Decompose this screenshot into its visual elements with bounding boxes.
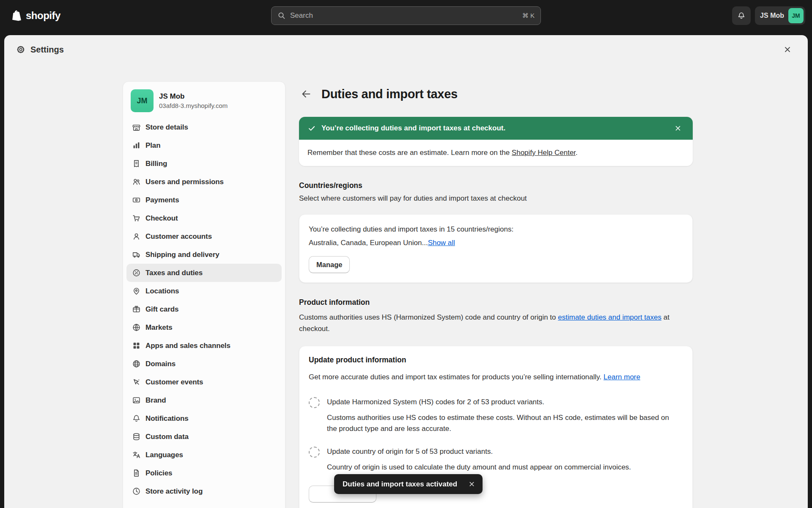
toast-dismiss-button[interactable] <box>465 478 478 491</box>
user-avatar: JM <box>788 8 804 23</box>
settings-title: Settings <box>30 45 64 55</box>
store-domain: 03afd8-3.myshopify.com <box>159 102 228 109</box>
duties-settings-page: Duties and import taxes You’re collectin… <box>299 85 693 508</box>
toast-notification: Duties and import taxes activated <box>334 474 483 494</box>
dashed-progress-circle-icon <box>309 447 320 458</box>
gift-cards-icon <box>132 305 141 314</box>
settings-modal-body: JM JS Mob 03afd8-3.myshopify.com Store d… <box>4 64 808 508</box>
sidebar-item-payments[interactable]: Payments <box>126 191 282 209</box>
user-menu-button[interactable]: JS Mob JM <box>755 6 805 25</box>
toast-message: Duties and import taxes activated <box>343 480 457 489</box>
sidebar-item-checkout[interactable]: Checkout <box>126 209 282 227</box>
countries-card: You’re collecting duties and import taxe… <box>299 214 693 283</box>
sidebar-item-label: Gift cards <box>145 305 178 314</box>
settings-sidebar: JM JS Mob 03afd8-3.myshopify.com Store d… <box>123 81 285 508</box>
sidebar-item-languages[interactable]: Languages <box>126 446 282 464</box>
sidebar-item-gift-cards[interactable]: Gift cards <box>126 300 282 318</box>
sidebar-item-notifications[interactable]: Notifications <box>126 409 282 428</box>
custom-data-icon <box>132 432 141 442</box>
sidebar-item-label: Plan <box>145 141 161 150</box>
payments-icon <box>132 196 141 205</box>
sidebar-item-label: Policies <box>145 469 172 478</box>
gear-icon <box>16 45 25 54</box>
sidebar-item-domains[interactable]: Domains <box>126 355 282 373</box>
estimate-duties-link[interactable]: estimate duties and import taxes <box>558 313 661 321</box>
origin-task-title: Update country of origin for 5 of 53 pro… <box>327 446 631 457</box>
sidebar-item-users-and-permissions[interactable]: Users and permissions <box>126 173 282 191</box>
close-icon <box>468 480 475 488</box>
sidebar-item-label: Store activity log <box>145 487 203 496</box>
store-switcher[interactable]: JM JS Mob 03afd8-3.myshopify.com <box>126 85 282 118</box>
sidebar-item-locations[interactable]: Locations <box>126 282 282 300</box>
sidebar-item-store-details[interactable]: Store details <box>126 118 282 136</box>
sidebar-item-billing[interactable]: Billing <box>126 155 282 173</box>
sidebar-item-label: Store details <box>145 123 188 132</box>
origin-task-description: Country of origin is used to calculate t… <box>327 462 631 473</box>
sidebar-item-label: Customer events <box>145 378 203 387</box>
sidebar-item-label: Taxes and duties <box>145 269 203 277</box>
sidebar-item-label: Customer accounts <box>145 232 212 241</box>
back-button[interactable] <box>299 87 313 101</box>
notifications-bell-button[interactable] <box>732 6 751 25</box>
hs-codes-task: Update Harmonized System (HS) codes for … <box>309 397 683 434</box>
topbar-right-cluster: JS Mob JM <box>732 6 805 25</box>
settings-modal-header: Settings <box>4 35 808 64</box>
brand-icon <box>132 396 141 405</box>
update-product-info-title: Update product information <box>309 356 683 364</box>
close-icon <box>783 45 792 54</box>
sidebar-item-markets[interactable]: Markets <box>126 318 282 337</box>
sidebar-item-brand[interactable]: Brand <box>126 391 282 409</box>
shopify-logo[interactable]: shopify <box>12 10 60 22</box>
search-shortcut: ⌘ K <box>522 12 535 19</box>
countries-subheading: Select where customers will pay for duti… <box>299 194 693 203</box>
languages-icon <box>132 450 141 460</box>
sidebar-item-taxes-and-duties[interactable]: Taxes and duties <box>126 264 282 282</box>
locations-icon <box>132 287 141 296</box>
sidebar-item-label: Users and permissions <box>145 178 224 186</box>
sidebar-item-shipping-and-delivery[interactable]: Shipping and delivery <box>126 246 282 264</box>
apps-icon <box>132 341 141 351</box>
countries-heading: Countries/regions <box>299 181 693 190</box>
sidebar-item-custom-data[interactable]: Custom data <box>126 428 282 446</box>
sidebar-item-label: Languages <box>145 451 183 459</box>
plan-icon <box>132 141 141 150</box>
banner-dismiss-button[interactable] <box>672 122 684 135</box>
learn-more-link[interactable]: Learn more <box>604 373 640 381</box>
store-avatar: JM <box>131 89 154 112</box>
domains-icon <box>132 359 141 369</box>
hs-codes-task-title: Update Harmonized System (HS) codes for … <box>327 397 674 408</box>
dashed-progress-circle-icon <box>309 397 320 408</box>
customer-accounts-icon <box>132 232 141 241</box>
arrow-left-icon <box>301 89 311 99</box>
sidebar-item-policies[interactable]: Policies <box>126 464 282 482</box>
sidebar-item-store-activity-log[interactable]: Store activity log <box>126 482 282 500</box>
page-title: Duties and import taxes <box>321 87 458 101</box>
sidebar-item-label: Apps and sales channels <box>145 342 230 350</box>
hs-codes-task-description: Customs authorities use HS codes to esti… <box>327 412 674 434</box>
sidebar-item-apps-and-sales-channels[interactable]: Apps and sales channels <box>126 337 282 355</box>
settings-close-button[interactable] <box>780 42 795 57</box>
check-icon <box>307 124 316 133</box>
sidebar-item-label: Checkout <box>145 214 178 223</box>
sidebar-item-customer-events[interactable]: Customer events <box>126 373 282 391</box>
sidebar-item-label: Shipping and delivery <box>145 251 219 259</box>
sidebar-item-plan[interactable]: Plan <box>126 136 282 155</box>
settings-modal: Settings JM JS Mob 03afd8-3.myshopify.co… <box>4 35 808 508</box>
sidebar-nav: Store details Plan Billing Users and per… <box>126 118 282 500</box>
banner-body-text: Remember that these costs are an estimat… <box>307 149 512 157</box>
banner-title: You’re collecting duties and import taxe… <box>321 124 666 133</box>
sidebar-item-customer-accounts[interactable]: Customer accounts <box>126 227 282 246</box>
sidebar-item-label: Custom data <box>145 433 189 441</box>
help-center-link[interactable]: Shopify Help Center <box>512 149 576 157</box>
product-info-heading: Product information <box>299 298 693 307</box>
collecting-count-text: You’re collecting duties and import taxe… <box>309 224 683 235</box>
shopify-bag-icon <box>12 10 23 22</box>
sidebar-item-label: Notifications <box>145 414 189 423</box>
checkout-icon <box>132 214 141 223</box>
search-icon <box>277 11 286 20</box>
manage-button[interactable]: Manage <box>309 256 350 273</box>
notifications-icon <box>132 414 141 423</box>
show-all-link[interactable]: Show all <box>428 239 455 247</box>
user-name: JS Mob <box>760 12 784 19</box>
global-search-input[interactable]: Search ⌘ K <box>271 6 541 25</box>
